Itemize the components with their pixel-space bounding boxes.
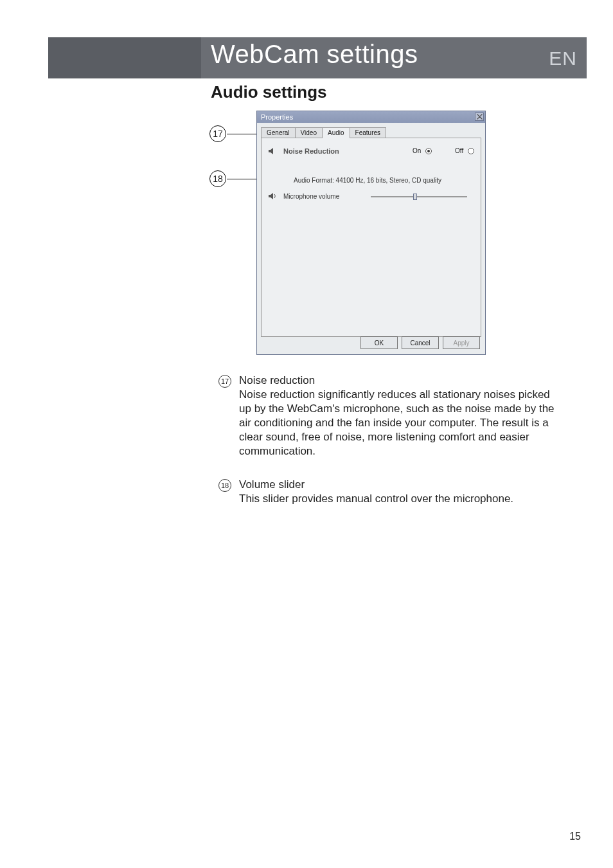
item-18-title: Volume slider xyxy=(239,478,560,492)
speaker-volume-icon xyxy=(268,192,277,200)
dialog-title: Properties xyxy=(261,113,293,121)
slider-track xyxy=(371,196,467,197)
ok-button[interactable]: OK xyxy=(360,336,398,349)
radio-on-wrap[interactable]: On xyxy=(413,147,432,154)
tab-audio[interactable]: Audio xyxy=(322,127,350,138)
item-17-title: Noise reduction xyxy=(239,374,560,388)
dialog-titlebar: Properties xyxy=(257,111,485,123)
tab-features[interactable]: Features xyxy=(350,127,386,138)
callout-17: 17 xyxy=(209,125,226,142)
noise-reduction-radio-group: On Off xyxy=(413,147,474,154)
mic-volume-label: Microphone volume xyxy=(283,193,339,200)
callout-18: 18 xyxy=(209,170,226,187)
mic-volume-slider[interactable] xyxy=(371,195,467,198)
header-banner-left xyxy=(48,37,201,78)
item-18-body: This slider provides manual control over… xyxy=(239,492,560,506)
item-marker-17: 17 xyxy=(218,375,231,388)
tab-general[interactable]: General xyxy=(261,127,296,138)
noise-reduction-label: Noise Reduction xyxy=(283,147,339,155)
radio-off-label: Off xyxy=(455,147,463,154)
item-marker-18: 18 xyxy=(218,479,231,492)
radio-on-label: On xyxy=(413,147,421,154)
tab-strip: General Video Audio Features xyxy=(261,127,481,138)
section-heading: Audio settings xyxy=(211,82,327,102)
item-17-body: Noise reduction significantly reduces al… xyxy=(239,388,560,458)
radio-off[interactable] xyxy=(468,148,474,154)
speaker-icon xyxy=(268,147,277,155)
audio-format-text: Audio Format: 44100 Hz, 16 bits, Stereo,… xyxy=(294,177,441,184)
tab-panel-audio: Noise Reduction On Off Audio Format: 441… xyxy=(261,138,481,337)
close-icon[interactable] xyxy=(475,113,484,121)
page-title: WebCam settings xyxy=(211,40,418,69)
tab-video[interactable]: Video xyxy=(295,127,323,138)
radio-off-wrap[interactable]: Off xyxy=(455,147,474,154)
slider-thumb[interactable] xyxy=(413,194,417,200)
cancel-button[interactable]: Cancel xyxy=(402,336,439,349)
page-number: 15 xyxy=(569,831,581,842)
language-badge: EN xyxy=(549,48,577,69)
properties-dialog: Properties General Video Audio Features … xyxy=(256,111,486,355)
radio-on[interactable] xyxy=(425,148,432,154)
apply-button[interactable]: Apply xyxy=(443,336,480,349)
